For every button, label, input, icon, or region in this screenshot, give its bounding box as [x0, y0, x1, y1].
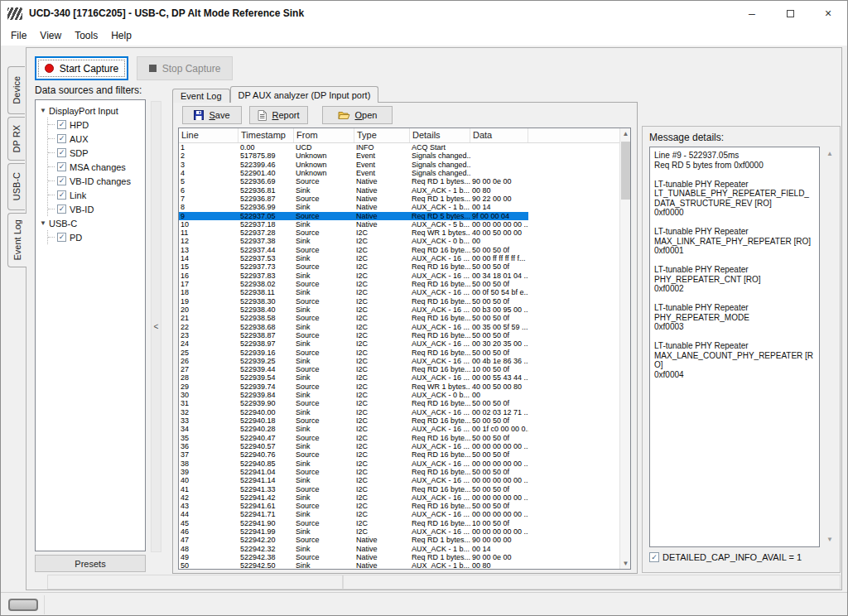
- maximize-button[interactable]: [771, 1, 809, 26]
- table-row[interactable]: 24522938.97SinkI2CAUX_ACK - 16 ...00 30 …: [179, 339, 619, 348]
- tree-item-sdp[interactable]: ✓SDP: [48, 146, 145, 160]
- table-row[interactable]: 26522939.25SinkI2CAUX_ACK - 16 ...00 4b …: [179, 357, 619, 365]
- side-tab-device[interactable]: Device: [7, 66, 25, 114]
- minimize-button[interactable]: –: [733, 1, 771, 26]
- menu-item-view[interactable]: View: [33, 26, 68, 46]
- filter-checkbox[interactable]: ✓: [57, 162, 66, 171]
- scroll-up-icon[interactable]: ▲: [620, 128, 631, 139]
- table-row[interactable]: 41522941.33SourceI2CReq RD 16 byte...50 …: [179, 485, 619, 493]
- table-row[interactable]: 21522938.58SourceI2CReq RD 16 byte...50 …: [179, 314, 619, 322]
- side-tab-usb-c[interactable]: USB-C: [7, 163, 25, 210]
- column-header-timestamp[interactable]: Timestamp: [238, 128, 294, 142]
- presets-button[interactable]: Presets: [35, 555, 146, 572]
- menu-item-tools[interactable]: Tools: [68, 26, 104, 46]
- table-row[interactable]: 29522939.74SourceI2CReq WR 1 bytes...40 …: [179, 383, 619, 391]
- table-row[interactable]: 11522937.28SourceI2CReq WR 1 bytes...40 …: [179, 229, 619, 237]
- filter-checkbox[interactable]: ✓: [57, 120, 66, 129]
- filter-checkbox[interactable]: ✓: [57, 190, 66, 200]
- table-row[interactable]: 31522939.90SourceI2CReq RD 16 byte...50 …: [179, 399, 619, 407]
- details-scroll-up-icon[interactable]: ▲: [824, 150, 836, 157]
- tab-event-log[interactable]: Event Log: [172, 89, 230, 103]
- table-row[interactable]: 18522938.11SinkI2CAUX_ACK - 16 ...00 0f …: [179, 288, 619, 296]
- tree-node-displayport-input[interactable]: ▼DisplayPort Input: [37, 103, 145, 118]
- table-row[interactable]: 40522941.14SinkI2CAUX_ACK - 16 ...00 00 …: [179, 476, 619, 484]
- column-header-line[interactable]: Line: [179, 128, 238, 142]
- table-row[interactable]: 16522937.83SinkI2CAUX_ACK - 16 ...00 34 …: [179, 272, 619, 280]
- table-row[interactable]: 34522940.28SinkI2CAUX_ACK - 16 ...00 1f …: [179, 425, 619, 433]
- table-row[interactable]: 43522941.61SourceI2CReq RD 16 byte...50 …: [179, 502, 619, 510]
- table-row[interactable]: 9522937.05SourceNativeReq RD 5 bytes...9…: [179, 212, 619, 220]
- save-button[interactable]: Save: [182, 106, 242, 124]
- table-row[interactable]: 5522936.69SourceNativeReq RD 1 bytes...9…: [179, 177, 619, 185]
- detailed-cap-info-checkbox[interactable]: ✓: [649, 552, 659, 562]
- column-header-data[interactable]: Data: [470, 128, 528, 142]
- close-button[interactable]: ×: [809, 1, 847, 26]
- menu-item-file[interactable]: File: [4, 26, 33, 46]
- details-scroll-down-icon[interactable]: ▼: [824, 536, 836, 543]
- filter-checkbox[interactable]: ✓: [57, 134, 66, 143]
- table-row[interactable]: 35522940.47SourceI2CReq RD 16 byte...50 …: [179, 434, 619, 442]
- table-row[interactable]: 7522936.87SourceNativeReq RD 1 bytes...9…: [179, 195, 619, 203]
- table-row[interactable]: 33522940.18SourceI2CReq RD 16 byte...50 …: [179, 416, 619, 425]
- table-row[interactable]: 12522937.38SinkI2CAUX_ACK - 0 b...00: [179, 237, 619, 245]
- tree-item-pd[interactable]: ✓PD: [48, 230, 145, 244]
- table-row[interactable]: 36522940.57SinkI2CAUX_ACK - 16 ...00 00 …: [179, 442, 619, 450]
- open-button[interactable]: Open: [322, 106, 393, 124]
- table-row[interactable]: 20522938.40SinkI2CAUX_ACK - 16 ...00 b3 …: [179, 306, 619, 314]
- column-header-from[interactable]: From: [294, 128, 354, 142]
- tree-item-vb-id[interactable]: ✓VB-ID: [48, 202, 145, 216]
- table-row[interactable]: 27522939.44SourceI2CReq RD 16 byte...10 …: [179, 365, 619, 373]
- table-row[interactable]: 42522941.42SinkI2CAUX_ACK - 16 ...00 00 …: [179, 493, 619, 502]
- table-row[interactable]: 46522941.99SinkI2CAUX_ACK - 16 ...00 00 …: [179, 527, 619, 536]
- table-row[interactable]: 10.00UCDINFOACQ Start: [179, 143, 619, 152]
- table-row[interactable]: 19522938.30SourceI2CReq RD 16 byte...50 …: [179, 297, 619, 306]
- collapse-splitter[interactable]: <: [151, 101, 161, 552]
- chevron-down-icon[interactable]: ▼: [37, 219, 49, 227]
- table-row[interactable]: 44522941.71SinkI2CAUX_ACK - 16 ...00 00 …: [179, 510, 619, 518]
- tree-item-hpd[interactable]: ✓HPD: [48, 118, 145, 132]
- tree-node-usb-c[interactable]: ▼USB-C: [37, 216, 145, 230]
- table-row[interactable]: 30522939.84SinkI2CAUX_ACK - 0 b...00: [179, 391, 619, 399]
- column-header-details[interactable]: Details: [410, 128, 470, 142]
- table-row[interactable]: 14522937.53SinkI2CAUX_ACK - 16 ...00 00 …: [179, 254, 619, 262]
- scrollbar-thumb[interactable]: [621, 142, 630, 200]
- table-row[interactable]: 4522901.40UnknownEventSignals changed...: [179, 169, 619, 177]
- scroll-down-icon[interactable]: ▼: [620, 558, 631, 569]
- filter-checkbox[interactable]: ✓: [57, 148, 66, 157]
- table-row[interactable]: 22522938.68SinkI2CAUX_ACK - 16 ...00 35 …: [179, 323, 619, 331]
- filter-checkbox[interactable]: ✓: [57, 176, 66, 185]
- table-row[interactable]: 39522941.04SourceI2CReq RD 16 byte...50 …: [179, 468, 619, 476]
- stop-capture-button[interactable]: Stop Capture: [137, 56, 233, 80]
- tree-item-vb-id-changes[interactable]: ✓VB-ID changes: [48, 174, 145, 188]
- table-row[interactable]: 6522936.81SinkNativeAUX_ACK - 1 b...00 8…: [179, 186, 619, 195]
- table-row[interactable]: 48522942.32SinkNativeAUX_ACK - 1 b...00 …: [179, 545, 619, 553]
- tree-item-msa-changes[interactable]: ✓MSA changes: [48, 160, 145, 174]
- table-row[interactable]: 10522937.18SinkNativeAUX_ACK - 5 b...00 …: [179, 220, 619, 229]
- table-row[interactable]: 50522942.50SinkNativeAUX_ACK - 1 b...00 …: [179, 561, 619, 569]
- chevron-down-icon[interactable]: ▼: [37, 107, 49, 114]
- table-row[interactable]: 8522936.99SinkNativeAUX_ACK - 1 b...00 1…: [179, 203, 619, 211]
- table-row[interactable]: 45522941.90SourceI2CReq RD 16 byte...10 …: [179, 519, 619, 527]
- table-row[interactable]: 15522937.73SourceI2CReq RD 16 byte...50 …: [179, 262, 619, 271]
- report-button[interactable]: Report: [249, 106, 308, 124]
- table-row[interactable]: 25522939.16SourceI2CReq RD 16 byte...50 …: [179, 349, 619, 357]
- table-row[interactable]: 2517875.89UnknownEventSignals changed...: [179, 152, 619, 160]
- start-capture-button[interactable]: Start Capture: [35, 56, 128, 80]
- table-row[interactable]: 28522939.54SinkI2CAUX_ACK - 16 ...00 00 …: [179, 373, 619, 382]
- tab-dp-aux-analyzer-dp-input-port-[interactable]: DP AUX analyzer (DP Input port): [230, 86, 379, 103]
- table-row[interactable]: 3522399.46UnknownEventSignals changed...: [179, 161, 619, 169]
- column-header-type[interactable]: Type: [354, 128, 410, 142]
- tree-item-link[interactable]: ✓Link: [48, 188, 145, 202]
- menu-item-help[interactable]: Help: [104, 26, 138, 46]
- table-row[interactable]: 13522937.44SourceI2CReq RD 16 byte...50 …: [179, 246, 619, 254]
- table-row[interactable]: 37522940.76SourceI2CReq RD 16 byte...50 …: [179, 450, 619, 459]
- table-row[interactable]: 23522938.87SourceI2CReq RD 16 byte...50 …: [179, 331, 619, 339]
- filter-checkbox[interactable]: ✓: [57, 205, 66, 214]
- table-scrollbar[interactable]: ▲ ▼: [619, 128, 630, 569]
- side-tab-event-log[interactable]: Event Log: [7, 213, 26, 267]
- table-row[interactable]: 17522938.02SourceI2CReq RD 16 byte...50 …: [179, 280, 619, 288]
- side-tab-dp-rx[interactable]: DP RX: [7, 117, 25, 161]
- table-row[interactable]: 49522942.38SourceNativeReq RD 1 bytes...…: [179, 553, 619, 561]
- filter-checkbox[interactable]: ✓: [57, 233, 66, 242]
- table-row[interactable]: 47522942.20SourceNativeReq RD 1 bytes...…: [179, 536, 619, 544]
